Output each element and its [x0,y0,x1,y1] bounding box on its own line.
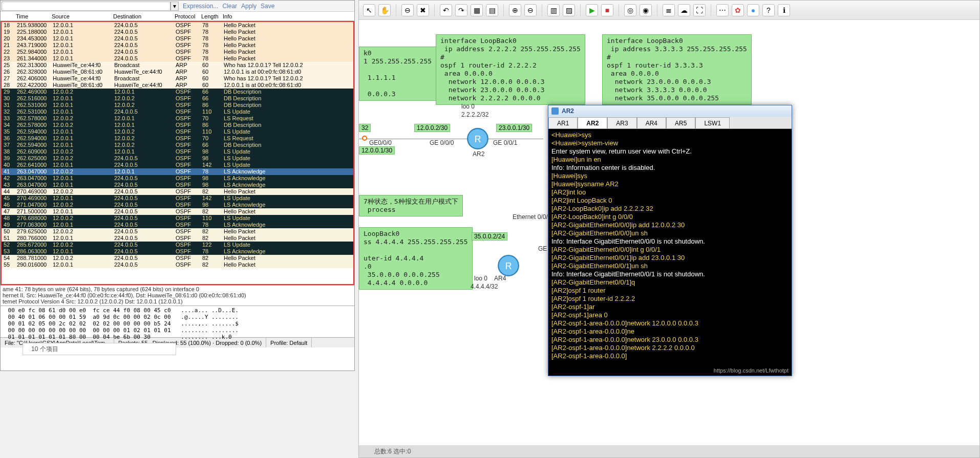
packet-row[interactable]: 38262.60900012.0.0.212.0.0.1OSPF98LS Upd… [2,148,353,155]
lbl-ar4-ip: 4.4.4.4/32 [471,283,498,290]
cloud-button[interactable]: ☁ [678,4,690,16]
packet-row[interactable]: 44270.46900012.0.0.2224.0.0.5OSPF82Hello… [2,188,353,195]
packet-row[interactable]: 54288.78100012.0.0.2224.0.0.5OSPF82Hello… [2,255,353,261]
apply-link[interactable]: Apply [241,3,257,10]
zoom-out2-button[interactable]: ⊖ [524,4,537,16]
packet-row[interactable]: 34262.57800012.0.0.212.0.0.1OSPF86DB Des… [2,122,353,128]
lbl-ip-23: 23.0.0.1/30 [496,124,532,132]
cursor-button[interactable]: ↖ [363,4,375,16]
hand-button[interactable]: ✋ [378,4,391,16]
link-line [359,139,543,139]
packet-row[interactable]: 18215.93800012.0.0.1224.0.0.5OSPF78Hello… [2,22,353,29]
packet-row[interactable]: 50279.62500012.0.0.2224.0.0.5OSPF82Hello… [2,228,353,235]
packet-row[interactable]: 43263.04700012.0.0.1224.0.0.5OSPF98LS Ac… [2,182,353,188]
packet-details[interactable]: ame 41: 78 bytes on wire (624 bits), 78 … [1,285,354,306]
packet-row[interactable]: 32262.53100012.0.0.1224.0.0.5OSPF110LS U… [2,108,353,115]
terminal-title: AR2 [562,107,574,115]
packet-row[interactable]: 48276.68800012.0.0.2224.0.0.5OSPF110LS U… [2,215,353,222]
zoom-out-button[interactable]: ⊖ [401,4,414,16]
doc2-button[interactable]: ▤ [486,4,498,16]
stop-button[interactable]: ■ [601,4,613,16]
list-button[interactable]: ≣ [663,4,675,16]
capture2-button[interactable]: ◉ [640,4,652,16]
packet-row[interactable]: 39262.62500012.0.0.2224.0.0.5OSPF98LS Up… [2,155,353,162]
col-protocol[interactable]: Protocol [173,12,199,21]
packet-row[interactable]: 53286.06300012.0.0.1224.0.0.5OSPF78LS Ac… [2,248,353,255]
packet-list[interactable]: 18215.93800012.0.0.1224.0.0.5OSPF78Hello… [1,21,354,285]
terminal-output[interactable]: <Huawei>sys<Huawei>system-viewEnter syst… [548,129,792,362]
fullscreen-button[interactable]: ⛶ [693,4,706,16]
doc1-button[interactable]: ▦ [471,4,483,16]
packet-row[interactable]: 42263.04700012.0.0.1224.0.0.5OSPF98LS Ac… [2,175,353,182]
terminal-tab-lsw1[interactable]: LSW1 [695,117,730,128]
terminal-window[interactable]: AR2 AR1AR2AR3AR4AR5LSW1 <Huawei>sys<Huaw… [548,105,792,376]
filter-input[interactable] [2,2,171,11]
blue-button[interactable]: ● [747,4,759,16]
terminal-tab-ar2[interactable]: AR2 [578,117,607,128]
packet-row[interactable]: 26262.328000HuaweiTe_08:61:d0HuaweiTe_ce… [2,69,353,75]
play-button[interactable]: ▶ [586,4,598,16]
col-destination[interactable]: Destination [111,12,173,21]
packet-row[interactable]: 47271.50000012.0.0.1224.0.0.5OSPF82Hello… [2,208,353,215]
packet-bytes[interactable]: 00 e0 fc 08 61 d0 00 e0 fc ce 44 f0 08 0… [1,306,354,337]
i-button[interactable]: ℹ [778,4,790,16]
filter-dropdown-icon[interactable]: ▾ [171,2,179,11]
packet-row[interactable]: 20234.45300012.0.0.1224.0.0.5OSPF78Hello… [2,35,353,42]
huawei-button[interactable]: ✿ [732,4,744,16]
packet-row[interactable]: 36262.59400012.0.0.112.0.0.2OSPF70LS Req… [2,135,353,142]
status-profile: Profile: Default [266,338,312,347]
terminal-tab-ar1[interactable]: AR1 [548,117,578,128]
redo-button[interactable]: ↷ [455,4,467,16]
svg-text:R: R [505,261,512,271]
packet-row[interactable]: 31262.53100012.0.0.112.0.0.2OSPF86DB Des… [2,102,353,108]
col-length[interactable]: Length [199,12,221,21]
filter-bar: ▾ Expression... Clear Apply Save [1,1,354,12]
router-ar2-icon[interactable]: R [466,127,489,150]
terminal-tab-ar4[interactable]: AR4 [637,117,666,128]
packet-row[interactable]: 19225.18800012.0.0.1224.0.0.5OSPF78Hello… [2,29,353,35]
chart1-button[interactable]: ▥ [547,4,560,16]
router-ar4-icon[interactable]: R [497,254,520,277]
delete-button[interactable]: ✖ [417,4,429,16]
packet-row[interactable]: 41263.04700012.0.0.212.0.0.1OSPF78LS Ack… [2,168,353,175]
packet-row[interactable]: 49277.06300012.0.0.1224.0.0.5OSPF78LS Ac… [2,222,353,228]
capture-button[interactable]: ◎ [624,4,636,16]
col-time[interactable]: Time [14,12,50,21]
packet-row[interactable]: 21243.71900012.0.0.1224.0.0.5OSPF78Hello… [2,42,353,49]
packet-row[interactable]: 33262.57800012.0.0.212.0.0.1OSPF70LS Req… [2,115,353,122]
chart2-button[interactable]: ▨ [563,4,575,16]
expression-link[interactable]: Expression... [183,3,218,10]
terminal-tabs: AR1AR2AR3AR4AR5LSW1 [548,117,792,129]
packet-row[interactable]: 37262.59400012.0.0.112.0.0.2OSPF66DB Des… [2,142,353,148]
zoom-in-button[interactable]: ⊕ [509,4,521,16]
packet-row[interactable]: 52285.67200012.0.0.2224.0.0.5OSPF122LS U… [2,242,353,248]
packet-row[interactable]: 22252.98400012.0.0.1224.0.0.5OSPF78Hello… [2,49,353,55]
terminal-titlebar[interactable]: AR2 [548,105,792,117]
question-button[interactable]: ? [762,4,775,16]
col-info[interactable]: Info [221,12,354,21]
packet-row[interactable]: 55290.01600012.0.0.1224.0.0.5OSPF82Hello… [2,261,353,268]
config-note-r2: interface LoopBack0 ip address 2.2.2.2 2… [436,34,585,105]
lbl-ge000: GE 0/0/0 [430,139,454,146]
lbl-222: 2.2.2.2/32 [461,111,488,118]
packet-row[interactable]: 28262.422000HuaweiTe_08:61:d0HuaweiTe_ce… [2,82,353,89]
packet-row[interactable]: 35262.59400012.0.0.112.0.0.2OSPF110LS Up… [2,128,353,135]
packet-row[interactable]: 46271.04700012.0.0.2224.0.0.5OSPF98LS Ac… [2,202,353,208]
lbl-ge001: GE 0/0/1 [493,139,517,146]
port-dot-icon [362,136,367,141]
undo-button[interactable]: ↶ [440,4,452,16]
packet-row[interactable]: 23261.34400012.0.0.1224.0.0.5OSPF78Hello… [2,55,353,62]
clear-link[interactable]: Clear [222,3,237,10]
terminal-tab-ar5[interactable]: AR5 [666,117,695,128]
packet-row[interactable]: 45270.46900012.0.0.1224.0.0.5OSPF142LS U… [2,195,353,202]
packet-row[interactable]: 25262.313000HuaweiTe_ce:44:f0BroadcastAR… [2,62,353,69]
save-link[interactable]: Save [261,3,274,10]
packet-row[interactable]: 51280.76600012.0.0.1224.0.0.5OSPF82Hello… [2,235,353,242]
packet-row[interactable]: 27262.406000HuaweiTe_ce:44:f0BroadcastAR… [2,75,353,82]
packet-row[interactable]: 29262.46900012.0.0.212.0.0.1OSPF66DB Des… [2,89,353,95]
col-source[interactable]: Source [50,12,111,21]
terminal-tab-ar3[interactable]: AR3 [607,117,636,128]
packet-row[interactable]: 40262.64100012.0.0.1224.0.0.5OSPF142LS U… [2,162,353,168]
packet-row[interactable]: 30262.51600012.0.0.112.0.0.2OSPF66DB Des… [2,95,353,102]
help-button[interactable]: ⋯ [716,4,729,16]
